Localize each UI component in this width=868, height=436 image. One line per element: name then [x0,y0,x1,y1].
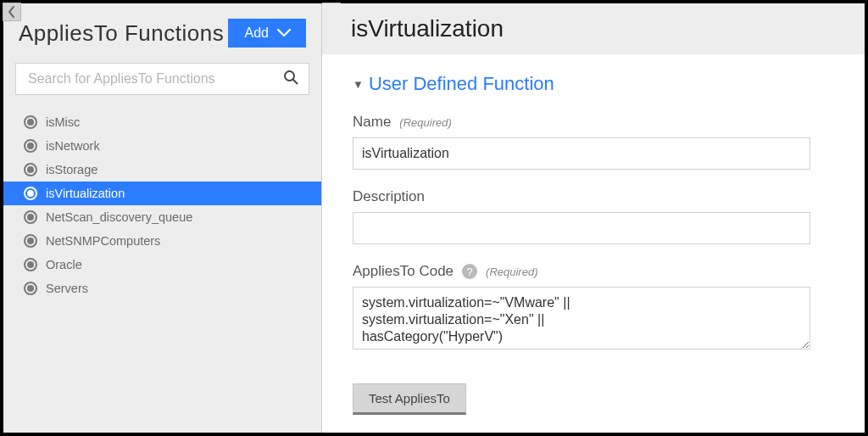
section-title: User Defined Function [369,73,554,95]
field-name-label-row: Name (Required) [353,114,834,131]
field-appliesto-code: AppliesTo Code ? (Required) [353,263,834,353]
list-item[interactable]: Oracle [3,253,321,277]
description-input[interactable] [353,212,810,244]
list-item-label: Servers [46,282,88,295]
section-toggle[interactable]: ▼ User Defined Function [353,73,834,95]
page-title: isVirtualization [351,15,504,42]
list-item[interactable]: isVirtualization [3,182,321,205]
svg-line-1 [293,80,298,84]
name-label: Name [353,114,391,131]
code-label: AppliesTo Code [353,263,453,280]
list-item[interactable]: isNetwork [3,134,321,158]
app-frame: AppliesTo Functions Add isMiscisNetworki… [0,0,868,436]
radio-icon [24,115,37,129]
list-item[interactable]: isMisc [3,110,321,134]
search-icon [283,70,298,88]
list-item-label: isMisc [46,115,80,129]
list-item-label: isNetwork [46,139,100,153]
list-item[interactable]: NetScan_discovery_queue [3,205,321,229]
list-item[interactable]: NetSNMPComputers [3,229,321,253]
list-item-label: Oracle [46,258,82,271]
radio-icon [24,163,37,176]
test-appliesto-button[interactable]: Test AppliesTo [353,383,466,415]
search-input[interactable] [26,70,283,87]
name-input[interactable] [353,137,810,170]
code-textarea[interactable] [353,287,810,349]
triangle-down-icon: ▼ [353,78,364,91]
radio-icon [24,234,37,248]
main-body: ▼ User Defined Function Name (Required) … [322,54,865,433]
field-description: Description [353,188,834,244]
search-box[interactable] [15,63,309,95]
radio-icon [24,139,37,153]
sidebar-title: AppliesTo Functions [19,20,224,47]
main-panel: isVirtualization ▼ User Defined Function… [322,3,865,433]
chevron-left-icon [8,6,16,18]
name-required: (Required) [399,116,451,129]
field-description-label-row: Description [353,188,834,205]
main-header: isVirtualization [322,3,865,54]
sidebar-collapse-button[interactable] [3,3,21,21]
code-required: (Required) [486,266,537,278]
sidebar: AppliesTo Functions Add isMiscisNetworki… [3,3,322,433]
list-item-label: NetScan_discovery_queue [46,210,192,224]
field-code-label-row: AppliesTo Code ? (Required) [353,263,834,280]
list-item[interactable]: isStorage [3,158,321,182]
list-item-label: isVirtualization [46,187,125,200]
list-item[interactable]: Servers [3,277,321,300]
radio-icon [24,258,37,271]
help-icon[interactable]: ? [462,264,477,279]
add-button-label: Add [245,25,269,41]
radio-icon [24,187,37,200]
list-item-label: isStorage [46,163,97,176]
search-container [3,56,321,107]
field-name: Name (Required) [353,114,834,170]
sidebar-header: AppliesTo Functions Add [3,3,321,56]
add-button[interactable]: Add [228,19,306,48]
chevron-down-icon [277,29,291,37]
radio-icon [24,210,37,224]
function-list: isMiscisNetworkisStorageisVirtualization… [3,107,321,433]
list-item-label: NetSNMPComputers [46,234,160,248]
description-label: Description [353,188,425,205]
radio-icon [24,282,37,295]
